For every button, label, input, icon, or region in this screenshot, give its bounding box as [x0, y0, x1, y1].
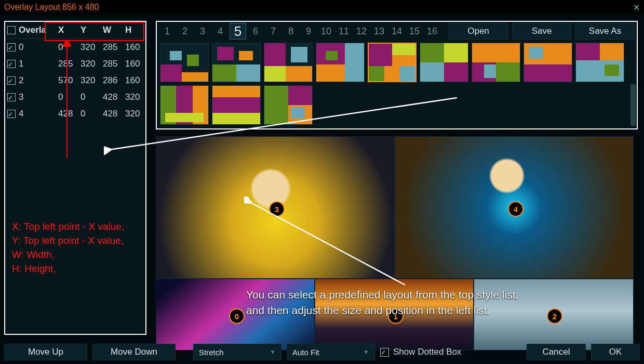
row-id: 4 — [19, 109, 23, 119]
preset-tab-2[interactable]: 2 — [177, 23, 193, 40]
preset-tab-13[interactable]: 13 — [371, 23, 387, 40]
preset-tab-11[interactable]: 11 — [336, 23, 352, 40]
row-id: 2 — [19, 75, 23, 86]
preset-thumb[interactable] — [160, 43, 209, 82]
svg-line-1 — [109, 98, 457, 150]
preset-thumb[interactable] — [420, 43, 468, 82]
movedown-button[interactable]: Move Down — [92, 344, 176, 360]
overlay-region-2[interactable]: 2 — [474, 279, 634, 350]
annotation-red-box — [45, 22, 144, 41]
cell-h[interactable]: 160 — [123, 72, 145, 89]
row-checkbox[interactable] — [7, 76, 16, 85]
table-row[interactable]: 1285320285160 — [5, 56, 145, 72]
moveup-button[interactable]: Move Up — [4, 344, 87, 360]
cell-w[interactable]: 285 — [101, 56, 123, 72]
row-checkbox[interactable] — [7, 43, 16, 51]
preset-tab-8[interactable]: 8 — [283, 23, 299, 40]
row-id: 0 — [19, 42, 23, 53]
cell-y[interactable]: 0 — [78, 89, 101, 106]
preset-tab-1[interactable]: 1 — [159, 23, 176, 40]
overlay-badge: 1 — [388, 308, 404, 324]
thumb-scrollbar[interactable] — [630, 84, 636, 126]
preset-tab-16[interactable]: 16 — [424, 23, 440, 40]
close-icon[interactable]: ✕ — [633, 3, 640, 12]
overlay-table-panel: Overla X Y W H 0032028516012853202851602… — [4, 21, 146, 335]
cell-w[interactable]: 286 — [101, 72, 123, 89]
table-row[interactable]: 2570320286160 — [5, 72, 145, 89]
ok-button[interactable]: OK — [591, 344, 640, 360]
preset-thumb[interactable] — [524, 43, 572, 82]
show-dotted-checkbox[interactable]: Show Dotted Box — [380, 347, 461, 357]
cell-y[interactable]: 320 — [78, 56, 101, 72]
row-checkbox[interactable] — [7, 110, 16, 118]
chevron-down-icon: ▼ — [363, 348, 369, 356]
overlay-badge: 0 — [229, 308, 245, 324]
cell-w[interactable]: 285 — [101, 39, 123, 56]
preset-tab-12[interactable]: 12 — [353, 23, 370, 40]
overlay-badge: 4 — [508, 201, 524, 217]
overlay-region-4[interactable]: 4 — [395, 136, 634, 279]
preset-tab-15[interactable]: 15 — [406, 23, 423, 40]
cancel-button[interactable]: Cancel — [527, 344, 586, 360]
chevron-down-icon: ▼ — [270, 348, 276, 356]
preset-tab-3[interactable]: 3 — [194, 23, 211, 40]
preset-thumb[interactable] — [264, 43, 313, 82]
autofit-select[interactable]: Auto Fit▼ — [287, 344, 375, 360]
row-id: 1 — [19, 59, 23, 69]
preset-tab-6[interactable]: 6 — [247, 23, 264, 40]
save-button[interactable]: Save — [512, 23, 571, 40]
preset-tab-4[interactable]: 4 — [212, 23, 229, 40]
preset-thumb[interactable] — [575, 43, 624, 82]
cell-h[interactable]: 160 — [123, 39, 145, 56]
saveas-button[interactable]: Save As — [575, 23, 635, 40]
window-title: Overlay Layout 856 x 480 — [4, 3, 99, 12]
checkbox-all[interactable] — [7, 26, 16, 34]
table-row[interactable]: 00320285160 — [5, 39, 145, 56]
cell-y[interactable]: 320 — [78, 72, 101, 89]
cell-h[interactable]: 160 — [123, 56, 145, 72]
preset-tab-7[interactable]: 7 — [265, 23, 281, 40]
cell-y[interactable]: 320 — [78, 39, 101, 56]
preset-thumb[interactable] — [472, 43, 520, 82]
preset-tab-5[interactable]: 5 — [230, 23, 246, 40]
row-checkbox[interactable] — [7, 93, 16, 101]
preset-tab-9[interactable]: 9 — [300, 23, 317, 40]
preset-tab-10[interactable]: 10 — [318, 23, 334, 40]
preset-thumb[interactable] — [316, 43, 365, 82]
cell-y[interactable]: 0 — [78, 106, 101, 122]
preset-thumb[interactable] — [368, 43, 417, 82]
stretch-select[interactable]: Stretch▼ — [193, 344, 281, 360]
svg-line-2 — [249, 202, 405, 285]
preset-tab-14[interactable]: 14 — [388, 23, 405, 40]
overlay-badge: 2 — [547, 308, 562, 324]
preset-thumb[interactable] — [212, 43, 261, 82]
annotation-help-text: X: Top left point - X value, Y: Top left… — [12, 219, 124, 276]
open-button[interactable]: Open — [449, 23, 508, 40]
row-checkbox[interactable] — [7, 60, 16, 68]
row-id: 3 — [19, 92, 23, 102]
